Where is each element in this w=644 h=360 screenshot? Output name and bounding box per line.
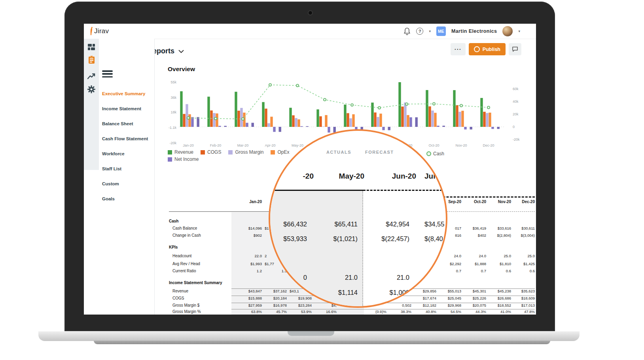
table-cell: 40.8% xyxy=(413,309,436,314)
row-label: Cash xyxy=(169,219,228,223)
row-label: COGS xyxy=(172,296,232,300)
table-cell: $1,810 xyxy=(488,262,511,266)
table-cell: $20,184 xyxy=(264,296,287,300)
table-cell: 63.8% xyxy=(239,309,262,314)
table-cell: 1.2 xyxy=(239,269,262,273)
table-cell: $37,162 xyxy=(264,289,287,293)
app-window: Jirav ? ▾ ME Martin Electronics ▾ REPORT… xyxy=(84,24,536,315)
laptop-camera xyxy=(309,11,312,15)
magnifier-forecast-line xyxy=(363,190,446,191)
magnified-value: $65,411 xyxy=(310,221,358,228)
column-header: Nov-20 xyxy=(488,200,511,204)
table-cell: $29,968 xyxy=(438,303,461,307)
table-cell: $902 xyxy=(239,233,262,237)
table-cell: 24.0 xyxy=(463,254,486,258)
magnified-value: $34,55 xyxy=(424,221,447,228)
row-label: Change in Cash xyxy=(172,233,232,237)
row-label: Gross Margin $ xyxy=(172,303,232,307)
magnified-value: $1,000 xyxy=(362,289,409,296)
table-cell: $1,425 xyxy=(512,262,535,266)
table-cell: 38.3% xyxy=(388,309,411,314)
row-label: Income Statement Summary xyxy=(169,281,228,285)
table-cell: 16.6% xyxy=(314,309,337,314)
table-cell: $(3,004) xyxy=(512,233,535,237)
magnified-value: 21.0 xyxy=(310,274,358,281)
magnified-value: $(8,40 xyxy=(424,235,447,243)
table-cell: $19,908 xyxy=(289,296,312,300)
magnified-value: $53,933 xyxy=(269,235,307,243)
row-label: Gross Margin % xyxy=(172,309,232,314)
table-cell: 24.0 xyxy=(438,254,461,258)
table-cell: 0.7 xyxy=(438,269,461,273)
table-cell: 45.7% xyxy=(264,309,287,314)
magnified-value: $(1,021) xyxy=(310,235,358,243)
table-cell: 1.3 xyxy=(264,269,287,273)
row-label: Current Ratio xyxy=(172,269,232,273)
table-cell: $45,301 xyxy=(463,289,486,293)
magnified-value: $1,114 xyxy=(310,289,358,296)
table-cell: $25,045 xyxy=(438,296,461,300)
table-cell: $15,888 xyxy=(239,296,262,300)
magnified-value: 21.0 xyxy=(362,274,409,281)
table-cell: $2,292 xyxy=(438,262,461,266)
table-cell: $18,609 xyxy=(512,296,535,300)
magnifier-overlay: ACTUALS FORECAST -20May-20Jun-20Jul-2$66… xyxy=(269,129,447,308)
table-cell: 25.0 xyxy=(512,254,535,258)
table-cell: $30,611 xyxy=(512,226,535,230)
table-cell: $1,888 xyxy=(463,262,486,266)
magnified-month: Jun-20 xyxy=(373,172,416,181)
table-cell: 0,502 xyxy=(388,303,411,307)
table-cell: 22.0 xyxy=(239,254,262,258)
magnified-value: $(22,457) xyxy=(362,235,409,243)
table-cell: $1,993 xyxy=(239,262,262,266)
table-cell: $16,978 xyxy=(264,303,287,307)
table-cell: $43,847 xyxy=(239,289,262,293)
table-cell: $12,182 xyxy=(413,303,436,307)
table-cell: $17,013 xyxy=(512,303,535,307)
magnified-month: May-20 xyxy=(321,172,364,181)
magnified-value: $66,432 xyxy=(269,221,307,228)
magnifier-actuals-line xyxy=(270,190,363,191)
table-cell: 0.6 xyxy=(512,269,535,273)
row-label: Headcount xyxy=(172,254,232,258)
table-cell: $35,623 xyxy=(512,289,535,293)
table-cell: $33,616 xyxy=(488,226,511,230)
table-cell: $17,674 xyxy=(413,296,436,300)
column-header: Dec-20 xyxy=(512,200,535,204)
laptop-base-notch xyxy=(288,331,334,336)
table-cell: 44.3% xyxy=(463,309,486,314)
table-cell: $25,226 xyxy=(463,296,486,300)
table-cell: $14,096 xyxy=(239,226,262,230)
table-cell: 53.9% xyxy=(289,309,312,314)
table-cell: $(2,804) xyxy=(488,233,511,237)
table-cell: 0.6 xyxy=(488,269,511,273)
table-cell: $23,284 xyxy=(289,303,312,307)
table-cell: $29,856 xyxy=(413,289,436,293)
row-label: Cash Balance xyxy=(172,226,232,230)
column-header: Jan-20 xyxy=(239,200,262,204)
table-cell: 41.0% xyxy=(488,309,511,314)
table-cell: $402 xyxy=(463,233,486,237)
row-label: KPIs xyxy=(169,245,228,249)
table-cell: $20,075 xyxy=(463,303,486,307)
table-cell: $36,419 xyxy=(463,226,486,230)
table-cell: $45,238 xyxy=(488,289,511,293)
magnified-value: $42,954 xyxy=(362,221,409,228)
column-header: Oct-20 xyxy=(463,200,486,204)
table-cell: $55,013 xyxy=(438,289,461,293)
row-label: Avg Rev / Head xyxy=(172,262,232,266)
table-cell: $18,552 xyxy=(488,303,511,307)
table-cell: 0.7 xyxy=(463,269,486,273)
table-cell: (0.9)% xyxy=(364,309,386,314)
table-cell: 54.5% xyxy=(438,309,461,314)
forecast-label: FORECAST xyxy=(365,150,394,155)
table-cell: $26,686 xyxy=(488,296,511,300)
laptop-base-shadow xyxy=(94,341,550,344)
table-cell: $27,959 xyxy=(239,303,262,307)
table-cell: 25.0 xyxy=(488,254,511,258)
actuals-label: ACTUALS xyxy=(312,150,351,155)
table-cell: 47.8% xyxy=(512,309,535,314)
row-label: Revenue xyxy=(172,289,232,293)
